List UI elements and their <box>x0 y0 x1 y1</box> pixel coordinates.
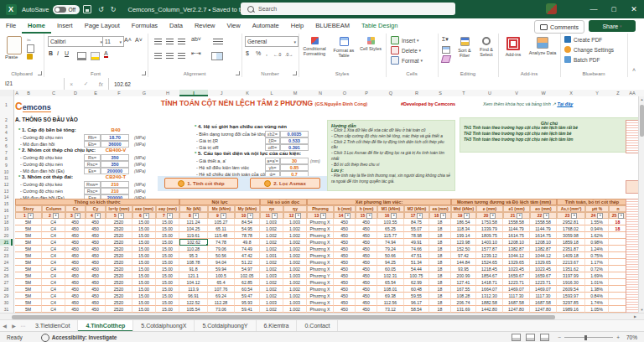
table-cell[interactable]: 1218.45 <box>476 266 503 272</box>
indent-icon[interactable]: ⇤⇥ <box>191 50 201 57</box>
table-cell[interactable]: 78.78 <box>235 232 260 239</box>
clipboard-dialog-launcher[interactable] <box>38 71 42 75</box>
column-header-H[interactable]: H <box>166 90 169 96</box>
ribbon-tab-bluebeam[interactable]: BLUEBEAM <box>309 18 356 34</box>
user-avatar[interactable] <box>546 3 557 14</box>
table-cell[interactable]: 1247.80 <box>503 306 530 313</box>
row-header-22[interactable]: 22 <box>0 246 13 252</box>
table-cell[interactable]: 15.00 <box>156 219 179 225</box>
table-cell[interactable]: 78.98 <box>404 232 429 239</box>
table-cell[interactable]: Phương X <box>307 299 334 306</box>
table-cell[interactable]: 18 <box>429 219 451 225</box>
table-cell[interactable]: Phương X <box>307 306 334 313</box>
table-cell[interactable]: 1208.10 <box>503 239 530 246</box>
filter-dropdown-icon[interactable]: ▾ <box>490 213 496 219</box>
accessibility-status[interactable]: Accessibility: Investigate <box>52 334 117 340</box>
table-cell[interactable]: 115.77 <box>377 232 404 239</box>
table-cell[interactable]: 450 <box>356 259 377 266</box>
input-block-value[interactable]: CB240-T <box>101 174 131 179</box>
table-cell[interactable]: 65.54 <box>377 279 404 286</box>
table-cell[interactable]: 1.003 <box>283 299 307 306</box>
table-cell[interactable]: 450 <box>334 299 356 306</box>
table-cell[interactable]: 206.74 <box>451 299 476 306</box>
page-break-view-icon[interactable] <box>540 334 549 341</box>
column-header-A[interactable]: A <box>15 90 18 96</box>
table-cell[interactable]: 450 <box>356 239 377 246</box>
table-cell[interactable]: Phương X <box>307 293 334 299</box>
table-cell[interactable] <box>609 266 627 272</box>
table-cell[interactable]: 58.54 <box>404 306 429 313</box>
increase-decimal-icon[interactable]: ←.0 <box>273 52 281 57</box>
table-cell[interactable]: 450 <box>356 299 377 306</box>
table-cell[interactable]: 450 <box>86 252 106 259</box>
column-header-W[interactable]: W <box>541 90 545 96</box>
table-cell[interactable]: 104.12 <box>179 279 208 286</box>
ribbon-tab-view[interactable]: View <box>221 18 247 34</box>
table-cell[interactable]: 18 <box>429 272 451 279</box>
table-cell[interactable] <box>609 259 627 266</box>
number-format-select[interactable]: General▾ <box>245 36 299 47</box>
table-cell[interactable]: 2520 <box>106 246 132 252</box>
table-cell[interactable]: 62.85 <box>235 279 260 286</box>
table-cell[interactable]: 1.002 <box>260 239 283 246</box>
table-cell[interactable]: 1.38% <box>585 286 609 293</box>
table-cell[interactable]: 1144.79 <box>503 225 530 232</box>
table-cell[interactable]: 60.54 <box>235 286 260 293</box>
table-cell[interactable]: 1023.45 <box>530 266 557 272</box>
table-cell[interactable]: 1664.07 <box>476 286 503 293</box>
table-cell[interactable]: 50.56 <box>208 252 235 259</box>
table-cell[interactable]: 15.00 <box>156 259 179 266</box>
table-cell[interactable]: 5M <box>15 225 42 232</box>
table-cell[interactable]: C4 <box>42 279 65 286</box>
table-cell[interactable]: 3059.98 <box>557 232 585 239</box>
table-cell[interactable]: 51.22 <box>235 259 260 266</box>
grow-font-icon[interactable]: A˄ <box>124 37 132 43</box>
table-cell[interactable]: 1418.71 <box>476 279 503 286</box>
filter-dropdown-icon[interactable]: ▾ <box>118 213 124 219</box>
table-cell[interactable]: 65.4 <box>208 279 235 286</box>
table-cell[interactable]: 2520 <box>106 259 132 266</box>
ribbon-tab-table-design[interactable]: Table Design <box>356 18 403 34</box>
table-cell[interactable]: 450 <box>86 232 106 239</box>
table-cell[interactable]: 74.94 <box>377 239 404 246</box>
table-cell[interactable]: 1.002 <box>260 286 283 293</box>
row-header-24[interactable]: 24 <box>0 259 13 266</box>
format-as-table-button[interactable]: Format as Table <box>330 37 357 58</box>
table-cell[interactable]: 112.28 <box>208 299 235 306</box>
filter-dropdown-icon[interactable]: ▾ <box>440 213 446 219</box>
table-cell[interactable]: 2520 <box>106 266 132 272</box>
column-header-N[interactable]: N <box>319 90 322 96</box>
table-cell[interactable]: 5M <box>15 239 42 246</box>
table-cell[interactable]: 2520 <box>106 279 132 286</box>
minimize-button[interactable]: — <box>584 0 604 18</box>
table-cell[interactable]: 1339.79 <box>476 225 503 232</box>
table-cell[interactable]: 450 <box>86 293 106 299</box>
table-cell[interactable]: 1859.18 <box>557 239 585 246</box>
table-cell[interactable]: 199.14 <box>451 232 476 239</box>
column-header-V[interactable]: V <box>515 90 518 96</box>
table-cell[interactable]: C4 <box>42 239 65 246</box>
table-cell[interactable]: 5M <box>15 286 42 293</box>
table-cell[interactable]: 15.00 <box>156 279 179 286</box>
column-header-Z[interactable]: Z <box>616 90 619 96</box>
table-cell[interactable]: 152.50 <box>451 246 476 252</box>
table-cell[interactable]: 450 <box>334 272 356 279</box>
table-cell[interactable]: 1.002 <box>283 259 307 266</box>
table-cell[interactable]: 450 <box>334 232 356 239</box>
table-cell[interactable]: 59.47 <box>235 293 260 299</box>
table-cell[interactable]: 450 <box>65 293 86 299</box>
column-header-R[interactable]: R <box>415 90 418 96</box>
table-cell[interactable]: C4 <box>42 286 65 293</box>
table-cell[interactable]: 450 <box>334 279 356 286</box>
table-cell[interactable]: 121.1 <box>179 272 208 279</box>
insert-cells-button[interactable]: Insert ▾ <box>391 36 419 44</box>
table-cell[interactable]: 59.41 <box>235 306 260 313</box>
table-cell[interactable]: 1.002 <box>283 266 307 272</box>
row-header-18[interactable]: 18 <box>0 219 13 225</box>
table-cell[interactable]: C4 <box>42 219 65 225</box>
table-cell[interactable]: 1247.80 <box>530 306 557 313</box>
excel-app-icon[interactable] <box>6 4 17 15</box>
table-cell[interactable]: 84.54 <box>235 219 260 225</box>
column-header-D[interactable]: D <box>74 90 77 96</box>
table-cell[interactable]: 105.27 <box>208 219 235 225</box>
